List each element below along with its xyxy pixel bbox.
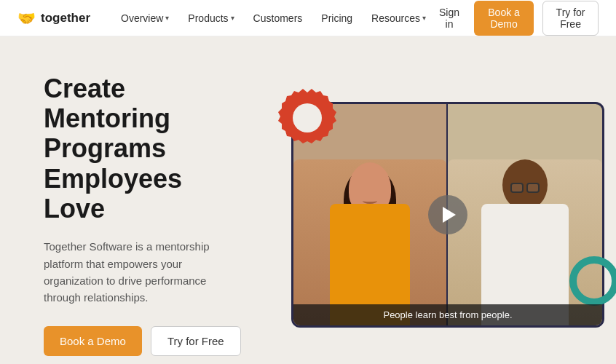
navbar: 🤝 together Overview ▾ Products ▾ Custome…	[0, 0, 616, 36]
chevron-down-icon: ▾	[422, 14, 426, 22]
nav-link-pricing[interactable]: Pricing	[314, 8, 360, 28]
hero-heading: Create Mentoring Programs Employees Love	[44, 74, 248, 224]
hero-section: Create Mentoring Programs Employees Love…	[0, 36, 616, 364]
logo-text: together	[41, 11, 90, 25]
hero-description: Together Software is a mentorship platfo…	[44, 238, 240, 306]
nav-link-products[interactable]: Products ▾	[181, 8, 241, 28]
svg-point-0	[293, 103, 322, 132]
nav-actions: Sign in Book a Demo Try for Free	[433, 1, 599, 36]
hero-video-area: People learn best from people.	[291, 102, 604, 328]
play-icon	[443, 207, 456, 223]
video-caption: People learn best from people.	[293, 304, 602, 325]
chevron-down-icon: ▾	[231, 14, 234, 22]
nav-links: Overview ▾ Products ▾ Customers Pricing …	[114, 8, 433, 28]
video-play-button[interactable]	[428, 195, 467, 234]
gear-decoration	[278, 89, 336, 147]
book-demo-nav-button[interactable]: Book a Demo	[474, 1, 534, 36]
try-free-nav-button[interactable]: Try for Free	[542, 1, 599, 36]
signin-button[interactable]: Sign in	[433, 2, 465, 34]
nav-link-overview[interactable]: Overview ▾	[114, 8, 176, 28]
try-free-hero-button[interactable]: Try for Free	[151, 326, 241, 356]
nav-link-customers[interactable]: Customers	[246, 8, 310, 28]
hero-content: Create Mentoring Programs Employees Love…	[44, 74, 248, 357]
circle-decoration	[569, 256, 616, 306]
logo-link[interactable]: 🤝 together	[17, 9, 90, 27]
book-demo-hero-button[interactable]: Book a Demo	[44, 326, 142, 356]
chevron-down-icon: ▾	[165, 14, 169, 22]
nav-link-resources[interactable]: Resources ▾	[364, 8, 433, 28]
hero-buttons: Book a Demo Try for Free	[44, 326, 248, 356]
video-container[interactable]: People learn best from people.	[291, 102, 604, 328]
logo-icon: 🤝	[17, 9, 36, 27]
